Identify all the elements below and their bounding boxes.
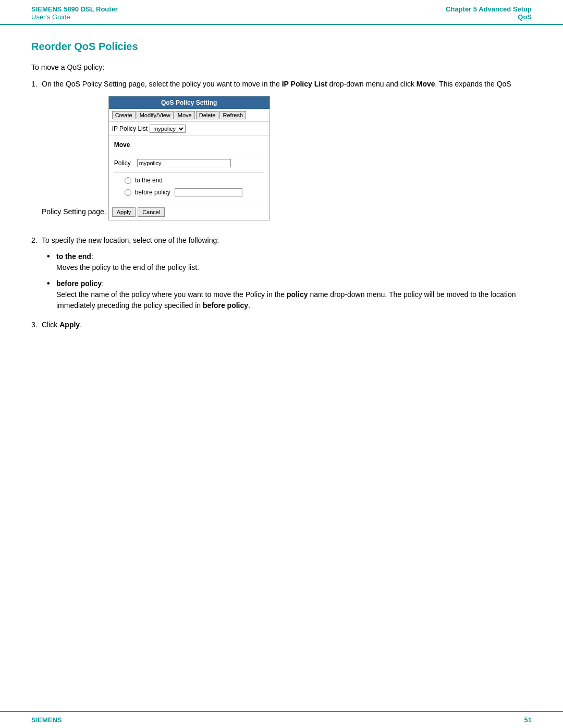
delete-button[interactable]: Delete xyxy=(196,111,219,119)
intro-text: To move a QoS policy: xyxy=(31,63,532,71)
footer-page: 51 xyxy=(524,716,532,724)
step3-text-after: . xyxy=(80,320,82,329)
create-button[interactable]: Create xyxy=(112,111,136,119)
bullet-to-end: to the end: Moves the policy to the end … xyxy=(47,251,532,273)
before-policy-colon: : xyxy=(102,279,104,288)
ip-policy-list-select[interactable]: mypolicy xyxy=(150,125,186,133)
step1-text-before: On the QoS Policy Setting page, select t… xyxy=(42,80,282,88)
to-end-radio[interactable] xyxy=(125,177,131,184)
move-section-title: Move xyxy=(114,140,264,150)
policy-label: Policy xyxy=(114,158,135,168)
to-end-label: to the end xyxy=(135,176,163,185)
policy-input[interactable] xyxy=(137,159,231,167)
screenshot-container: QoS Policy Setting Create Modify/View Mo… xyxy=(108,96,270,220)
before-policy-term: before policy xyxy=(56,279,102,288)
before-policy-row: before policy xyxy=(114,188,264,197)
step-2: To specify the new location, select one … xyxy=(31,235,532,311)
before-policy-input[interactable] xyxy=(175,188,242,196)
step1-bold1: IP Policy List xyxy=(282,80,327,88)
header-right: Chapter 5 Advanced Setup QoS xyxy=(446,5,532,21)
section-label: QoS xyxy=(446,13,532,21)
page-footer: SIEMENS 51 xyxy=(0,711,563,728)
before-policy-radio[interactable] xyxy=(125,189,131,196)
before-policy-desc: Select the name of the policy where you … xyxy=(56,289,532,311)
main-content: Reorder QoS Policies To move a QoS polic… xyxy=(0,25,563,370)
before-policy-label: before policy xyxy=(135,188,170,197)
refresh-button[interactable]: Refresh xyxy=(219,111,246,119)
to-end-colon: : xyxy=(91,252,93,261)
before-policy-bold: before policy xyxy=(203,301,248,310)
divider2 xyxy=(114,172,264,172)
apply-button[interactable]: Apply xyxy=(112,207,136,217)
action-row: Apply Cancel xyxy=(109,204,270,220)
step-3: Click Apply. xyxy=(31,319,532,330)
step1-bold2: Move xyxy=(417,80,435,88)
step1-text-mid: drop-down menu and click xyxy=(327,80,417,88)
cancel-button[interactable]: Cancel xyxy=(138,207,165,217)
to-end-desc: Moves the policy to the end of the polic… xyxy=(56,262,532,273)
product-title: SIEMENS 5890 DSL Router xyxy=(31,5,118,13)
step3-apply-bold: Apply xyxy=(59,320,80,329)
step-1: On the QoS Policy Setting page, select t… xyxy=(31,79,532,227)
divider1 xyxy=(114,155,264,155)
bullet-list: to the end: Moves the policy to the end … xyxy=(42,251,532,311)
ip-policy-list-label: IP Policy List xyxy=(112,124,148,133)
modify-view-button[interactable]: Modify/View xyxy=(137,111,174,119)
policy-list-row: IP Policy List mypolicy xyxy=(109,122,270,136)
bullet-before-policy: before policy: Select the name of the po… xyxy=(47,278,532,311)
step3-text-before: Click xyxy=(42,320,59,329)
qos-body: Move Policy to the end xyxy=(109,136,270,204)
qos-box-title: QoS Policy Setting xyxy=(109,96,270,109)
qos-toolbar: Create Modify/View Move Delete Refresh xyxy=(109,109,270,122)
chapter-label: Chapter 5 Advanced Setup xyxy=(446,5,532,13)
footer-brand: SIEMENS xyxy=(31,716,62,724)
step2-text: To specify the new location, select one … xyxy=(42,236,219,244)
policy-bold: policy xyxy=(287,290,308,299)
page-title: Reorder QoS Policies xyxy=(31,41,532,53)
guide-title: User's Guide xyxy=(31,13,118,21)
steps-list: On the QoS Policy Setting page, select t… xyxy=(31,79,532,330)
to-end-term: to the end xyxy=(56,252,91,261)
page-header: SIEMENS 5890 DSL Router User's Guide Cha… xyxy=(0,0,563,25)
qos-policy-setting-box: QoS Policy Setting Create Modify/View Mo… xyxy=(108,96,270,220)
move-button[interactable]: Move xyxy=(175,111,195,119)
to-end-row: to the end xyxy=(114,176,264,185)
policy-field-row: Policy xyxy=(114,158,264,168)
header-left: SIEMENS 5890 DSL Router User's Guide xyxy=(31,5,118,21)
